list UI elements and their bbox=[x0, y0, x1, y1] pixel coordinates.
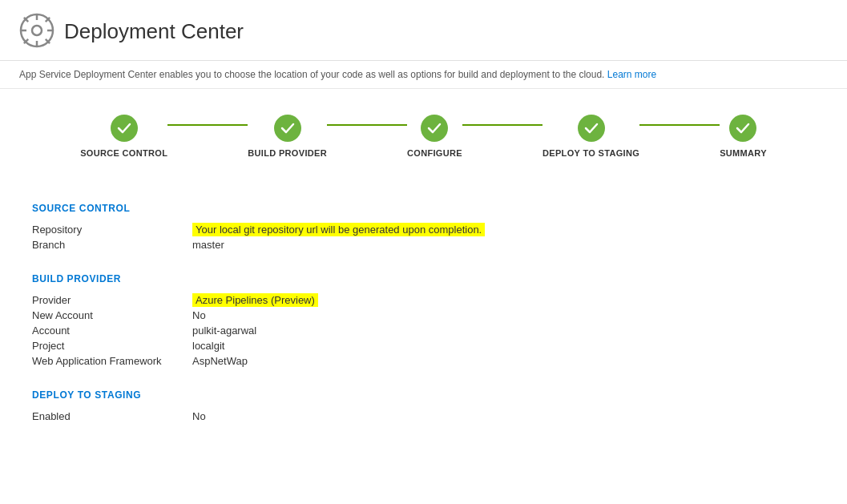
step-circle-deploy-staging bbox=[578, 115, 605, 142]
field-value-project: localgit bbox=[192, 340, 224, 352]
field-row-account: Account pulkit-agarwal bbox=[32, 325, 815, 337]
step-circle-configure bbox=[421, 115, 448, 142]
field-value-account: pulkit-agarwal bbox=[192, 325, 256, 337]
field-row-web-app-framework: Web Application Framework AspNetWap bbox=[32, 355, 815, 367]
connector-1 bbox=[167, 124, 248, 126]
field-row-new-account: New Account No bbox=[32, 309, 815, 321]
field-value-repository: Your local git repository url will be ge… bbox=[192, 224, 485, 236]
field-label-provider: Provider bbox=[32, 294, 192, 306]
page-title: Deployment Center bbox=[64, 19, 244, 44]
main-content: SOURCE CONTROL Repository Your local git… bbox=[0, 180, 847, 445]
connector-2 bbox=[327, 124, 407, 126]
step-circle-build-provider bbox=[274, 115, 301, 142]
step-label-source-control: SOURCE CONTROL bbox=[80, 148, 167, 158]
step-build-provider: BUILD PROVIDER bbox=[248, 115, 327, 158]
field-label-enabled: Enabled bbox=[32, 410, 192, 422]
step-deploy-staging: DEPLOY TO STAGING bbox=[542, 115, 639, 158]
gear-icon bbox=[19, 13, 54, 50]
field-value-enabled: No bbox=[192, 410, 206, 422]
field-value-web-app-framework: AspNetWap bbox=[192, 355, 248, 367]
field-value-new-account: No bbox=[192, 309, 206, 321]
section-title-build-provider: BUILD PROVIDER bbox=[32, 273, 815, 284]
field-label-new-account: New Account bbox=[32, 309, 192, 321]
section-title-source-control: SOURCE CONTROL bbox=[32, 203, 815, 214]
step-configure: CONFIGURE bbox=[407, 115, 462, 158]
step-source-control: SOURCE CONTROL bbox=[80, 115, 167, 158]
field-row-enabled: Enabled No bbox=[32, 410, 815, 422]
field-label-web-app-framework: Web Application Framework bbox=[32, 355, 192, 367]
wizard-steps: SOURCE CONTROL BUILD PROVIDER CONFIGURE … bbox=[0, 89, 847, 180]
field-row-project: Project localgit bbox=[32, 340, 815, 352]
connector-3 bbox=[462, 124, 542, 126]
section-title-deploy-staging: DEPLOY TO STAGING bbox=[32, 389, 815, 401]
field-row-repository: Repository Your local git repository url… bbox=[32, 224, 815, 236]
step-label-deploy-staging: DEPLOY TO STAGING bbox=[542, 148, 639, 158]
field-label-branch: Branch bbox=[32, 239, 192, 251]
subtitle-bar: App Service Deployment Center enables yo… bbox=[0, 61, 847, 89]
field-value-branch: master bbox=[192, 239, 224, 251]
repository-value-highlighted: Your local git repository url will be ge… bbox=[192, 223, 485, 236]
learn-more-link[interactable]: Learn more bbox=[607, 69, 656, 80]
step-circle-source-control bbox=[111, 115, 138, 142]
field-row-branch: Branch master bbox=[32, 239, 815, 251]
step-label-configure: CONFIGURE bbox=[407, 148, 462, 158]
field-label-account: Account bbox=[32, 325, 192, 337]
field-value-provider: Azure Pipelines (Preview) bbox=[192, 294, 318, 306]
step-label-build-provider: BUILD PROVIDER bbox=[248, 148, 327, 158]
provider-value-highlighted: Azure Pipelines (Preview) bbox=[192, 293, 318, 307]
step-label-summary: SUMMARY bbox=[720, 148, 767, 158]
step-circle-summary bbox=[729, 115, 756, 142]
field-label-project: Project bbox=[32, 340, 192, 352]
subtitle-text: App Service Deployment Center enables yo… bbox=[19, 69, 604, 80]
svg-point-1 bbox=[32, 26, 42, 35]
field-row-provider: Provider Azure Pipelines (Preview) bbox=[32, 294, 815, 306]
connector-4 bbox=[639, 124, 720, 126]
page-header: Deployment Center bbox=[0, 0, 847, 61]
field-label-repository: Repository bbox=[32, 224, 192, 236]
step-summary: SUMMARY bbox=[720, 115, 767, 158]
